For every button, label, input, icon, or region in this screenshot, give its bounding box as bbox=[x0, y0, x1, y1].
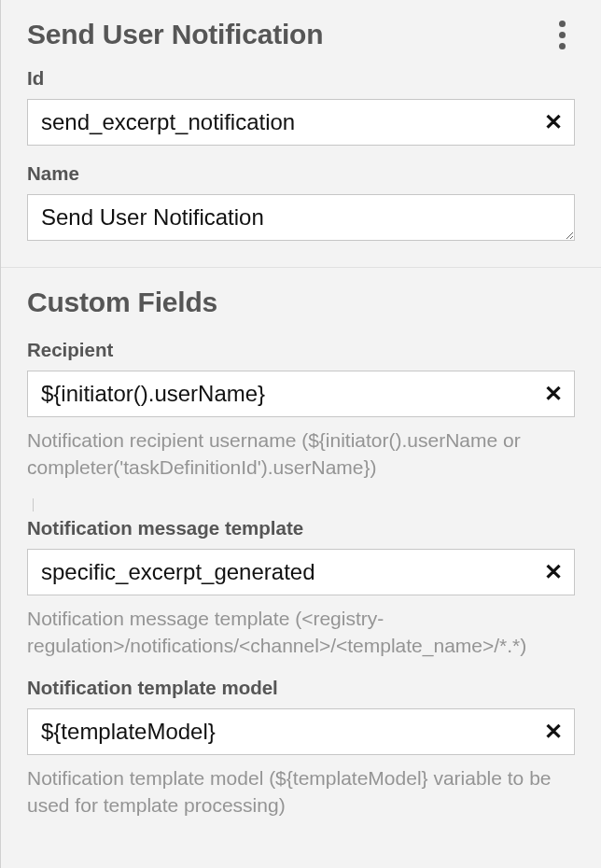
template-field: Notification message template ✕ Notifica… bbox=[27, 517, 575, 660]
id-label: Id bbox=[27, 67, 575, 90]
close-icon: ✕ bbox=[544, 721, 563, 743]
template-input[interactable] bbox=[27, 549, 575, 595]
model-input-wrap: ✕ bbox=[27, 708, 575, 755]
kebab-dot-icon bbox=[559, 21, 566, 27]
recipient-input-wrap: ✕ bbox=[27, 371, 575, 417]
close-icon: ✕ bbox=[544, 383, 563, 405]
recipient-label: Recipient bbox=[27, 339, 575, 361]
section-title: Custom Fields bbox=[27, 287, 217, 318]
custom-fields-section: Custom Fields Recipient ✕ Notification r… bbox=[1, 268, 601, 826]
kebab-dot-icon bbox=[559, 32, 566, 38]
name-label: Name bbox=[27, 162, 575, 185]
properties-panel: Send User Notification Id ✕ Name Custom … bbox=[0, 0, 601, 868]
separator-tick bbox=[33, 498, 36, 511]
general-section: Send User Notification Id ✕ Name bbox=[1, 0, 601, 268]
template-label: Notification message template bbox=[27, 517, 575, 539]
template-help-text: Notification message template (<registry… bbox=[27, 605, 575, 660]
section-header: Send User Notification bbox=[27, 19, 575, 50]
name-textarea[interactable] bbox=[27, 194, 575, 241]
clear-model-button[interactable]: ✕ bbox=[541, 720, 566, 744]
id-field: Id ✕ bbox=[27, 67, 575, 146]
recipient-input[interactable] bbox=[27, 371, 575, 417]
kebab-dot-icon bbox=[559, 43, 566, 49]
clear-id-button[interactable]: ✕ bbox=[541, 110, 566, 134]
model-field: Notification template model ✕ Notificati… bbox=[27, 677, 575, 819]
clear-template-button[interactable]: ✕ bbox=[541, 560, 566, 584]
recipient-field: Recipient ✕ Notification recipient usern… bbox=[27, 339, 575, 482]
id-input-wrap: ✕ bbox=[27, 99, 575, 146]
name-field: Name bbox=[27, 162, 575, 245]
close-icon: ✕ bbox=[544, 561, 563, 583]
close-icon: ✕ bbox=[544, 111, 563, 133]
recipient-help-text: Notification recipient username (${initi… bbox=[27, 427, 575, 482]
section-header: Custom Fields bbox=[27, 287, 575, 318]
model-help-text: Notification template model (${templateM… bbox=[27, 764, 575, 819]
section-title: Send User Notification bbox=[27, 19, 323, 50]
model-label: Notification template model bbox=[27, 677, 575, 699]
id-input[interactable] bbox=[27, 99, 575, 146]
model-input[interactable] bbox=[27, 708, 575, 755]
clear-recipient-button[interactable]: ✕ bbox=[541, 382, 566, 406]
template-input-wrap: ✕ bbox=[27, 549, 575, 595]
kebab-menu-button[interactable] bbox=[549, 19, 575, 50]
